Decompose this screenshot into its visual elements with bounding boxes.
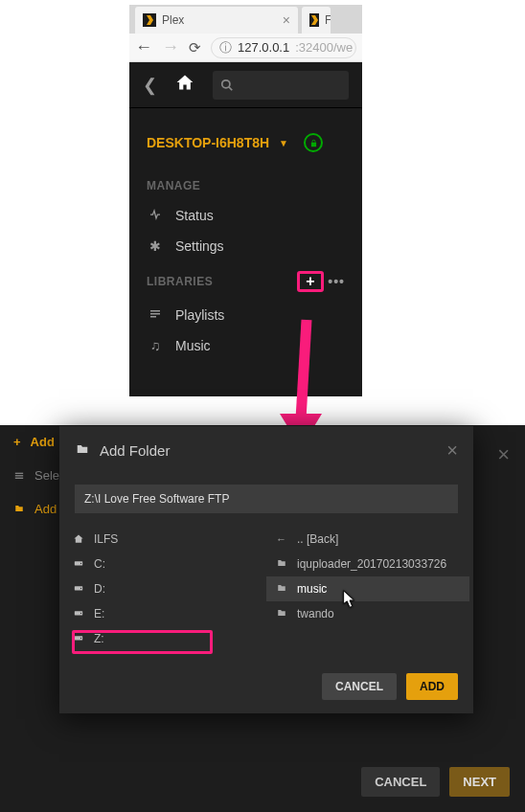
modal-header: Add Folder × <box>59 426 473 475</box>
section-libraries-label: LIBRARIES <box>147 275 213 288</box>
back-item[interactable]: ←.. [Back] <box>266 527 469 552</box>
drive-label: ILFS <box>94 532 118 546</box>
nav-item-label: Status <box>175 208 214 223</box>
close-icon[interactable]: × <box>446 440 458 462</box>
chevron-down-icon: ▼ <box>279 138 288 148</box>
svg-point-13 <box>80 613 81 614</box>
next-button[interactable]: NEXT <box>449 767 510 797</box>
drive-label: C: <box>94 557 105 571</box>
search-icon <box>220 79 234 92</box>
plex-sidebar: ❮ DESKTOP-I6H8T8H ▼ MANAGE Status ✱ Sett… <box>129 62 362 396</box>
modal-footer: CANCEL ADD <box>59 660 473 713</box>
folder-icon <box>75 442 90 459</box>
drive-label: E: <box>94 607 104 620</box>
drive-list: ILFSC:D:E:Z: <box>63 527 266 660</box>
folder-label: music <box>297 582 327 596</box>
nav-forward-icon: → <box>162 37 179 57</box>
drive-item[interactable]: Z: <box>63 626 266 651</box>
add-library-button[interactable]: + <box>297 271 324 292</box>
home-icon[interactable] <box>174 73 195 98</box>
browser-tab-active[interactable]: Plex × <box>135 7 298 34</box>
nav-settings[interactable]: ✱ Settings <box>129 231 362 261</box>
drive-item[interactable]: C: <box>63 552 266 576</box>
plex-favicon <box>143 13 156 27</box>
folder-icon <box>276 608 289 620</box>
svg-point-15 <box>80 638 81 639</box>
folder-label: twando <box>297 607 334 620</box>
server-selector[interactable]: DESKTOP-I6H8T8H ▼ <box>129 108 362 169</box>
close-icon[interactable]: × <box>497 442 510 467</box>
url-host: 127.0.0.1 <box>238 40 289 55</box>
search-input[interactable] <box>213 71 349 100</box>
folder-label: .. [Back] <box>297 532 338 546</box>
nav-status[interactable]: Status <box>129 200 362 231</box>
browser-tab-secondary[interactable]: F <box>302 7 331 34</box>
nav-item-label: Music <box>175 338 211 353</box>
section-libraries: LIBRARIES + ••• <box>129 261 362 300</box>
drive-icon <box>73 583 86 595</box>
folder-item[interactable]: iquploader_20170213033726 <box>266 552 469 576</box>
plex-favicon <box>309 13 319 27</box>
svg-point-0 <box>222 79 230 87</box>
top-bar: ❮ <box>129 62 362 108</box>
svg-rect-2 <box>150 310 160 312</box>
path-input[interactable]: Z:\I Love Free Software FTP <box>75 485 458 513</box>
cancel-button[interactable]: CANCEL <box>322 673 397 700</box>
backdrop-footer: CANCEL NEXT <box>361 767 510 797</box>
browser-window: Plex × F ← → ⟳ ⓘ 127.0.0.1:32400/we <box>129 5 362 62</box>
plus-icon: + <box>297 271 324 292</box>
folder-browser: ILFSC:D:E:Z: ←.. [Back]iquploader_201702… <box>59 527 473 660</box>
nav-item-label: Settings <box>175 238 224 254</box>
reload-icon[interactable]: ⟳ <box>189 39 201 56</box>
url-path: :32400/we <box>295 40 353 55</box>
drive-item[interactable]: E: <box>63 601 266 626</box>
drive-item[interactable]: D: <box>63 576 266 601</box>
list-icon <box>13 471 25 481</box>
home-icon <box>73 533 86 546</box>
site-info-icon[interactable]: ⓘ <box>219 39 232 56</box>
drive-label: Z: <box>94 632 104 645</box>
cancel-button[interactable]: CANCEL <box>361 767 440 797</box>
svg-rect-5 <box>15 472 23 473</box>
folder-icon <box>276 558 289 570</box>
back-icon[interactable]: ❮ <box>143 75 157 96</box>
section-manage-label: MANAGE <box>129 169 362 200</box>
url-field[interactable]: ⓘ 127.0.0.1:32400/we <box>211 37 356 58</box>
folder-item[interactable]: music <box>266 576 469 601</box>
drive-label: D: <box>94 582 105 596</box>
svg-point-9 <box>80 563 81 564</box>
add-button[interactable]: ADD <box>406 673 458 700</box>
gear-icon: ✱ <box>147 238 164 254</box>
folder-item[interactable]: twando <box>266 601 469 626</box>
playlist-icon <box>147 307 164 323</box>
svg-rect-7 <box>15 477 23 478</box>
svg-point-11 <box>80 588 81 589</box>
folder-label: iquploader_20170213033726 <box>297 557 446 571</box>
more-icon[interactable]: ••• <box>328 274 345 289</box>
back-icon: ← <box>276 533 289 545</box>
plus-icon: + <box>13 435 21 449</box>
nav-back-icon[interactable]: ← <box>135 37 152 57</box>
tab-strip: Plex × F <box>129 5 362 34</box>
folder-icon <box>276 583 289 595</box>
music-icon: ♫ <box>147 338 164 353</box>
add-folder-modal: Add Folder × Z:\I Love Free Software FTP… <box>59 426 473 713</box>
drive-icon <box>73 608 86 620</box>
nav-playlists[interactable]: Playlists <box>129 300 362 330</box>
svg-rect-3 <box>150 313 160 315</box>
drive-icon <box>73 633 86 644</box>
home-location[interactable]: ILFS <box>63 527 266 552</box>
address-bar: ← → ⟳ ⓘ 127.0.0.1:32400/we <box>129 34 362 62</box>
folder-list: ←.. [Back]iquploader_20170213033726music… <box>266 527 469 660</box>
modal-title: Add Folder <box>100 442 170 459</box>
nav-music[interactable]: ♫ Music <box>129 330 362 361</box>
server-name: DESKTOP-I6H8T8H <box>147 135 269 150</box>
folder-icon <box>13 502 25 516</box>
nav-item-label: Playlists <box>175 307 224 323</box>
drive-icon <box>73 558 86 570</box>
activity-icon <box>147 208 164 223</box>
tab-close-icon[interactable]: × <box>283 12 290 28</box>
svg-rect-6 <box>15 475 23 476</box>
tab-title: Plex <box>162 13 277 27</box>
svg-rect-4 <box>150 316 156 318</box>
